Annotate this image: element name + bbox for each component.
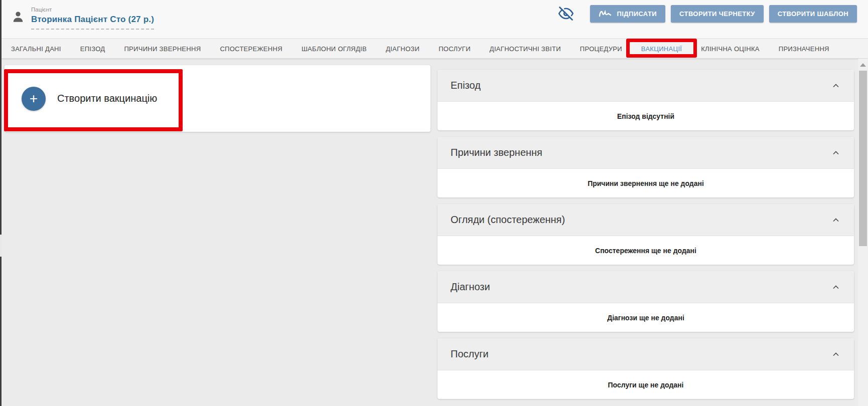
tab-diagnoses[interactable]: ДІАГНОЗИ — [376, 39, 429, 58]
sidebar-drag-handle[interactable] — [0, 235, 2, 257]
section-services: Послуги Послуги ще не додані — [438, 338, 854, 399]
create-template-button[interactable]: СТВОРИТИ ШАБЛОН — [769, 5, 857, 23]
section-title: Причини звернення — [451, 147, 542, 158]
scroll-up-arrow[interactable] — [860, 63, 866, 67]
section-title: Епізод — [451, 80, 481, 91]
create-template-label: СТВОРИТИ ШАБЛОН — [778, 10, 848, 18]
section-observations: Огляди (спостереження) Спостереження ще … — [438, 204, 854, 265]
create-draft-button[interactable]: СТВОРИТИ ЧЕРНЕТКУ — [671, 5, 764, 23]
record-tabs: ЗАГАЛЬНІ ДАНІ ЕПІЗОД ПРИЧИНИ ЗВЕРНЕННЯ С… — [2, 39, 868, 58]
tab-general-data[interactable]: ЗАГАЛЬНІ ДАНІ — [2, 39, 71, 58]
section-empty-text: Послуги ще не додані — [438, 370, 854, 399]
tab-clinical-assessment[interactable]: КЛІНІЧНА ОЦІНКА — [691, 39, 769, 58]
person-icon — [12, 10, 25, 30]
section-services-header[interactable]: Послуги — [438, 338, 854, 370]
section-diagnoses-header[interactable]: Діагнози — [438, 271, 854, 303]
summary-panel: Епізод Епізод відсутній Причини зверненн… — [438, 70, 854, 405]
section-visit-reasons-header[interactable]: Причини звернення — [438, 137, 854, 169]
tab-diagnostic-reports[interactable]: ДІАГНОСТИЧНІ ЗВІТИ — [480, 39, 570, 58]
chevron-up-icon[interactable] — [831, 81, 841, 91]
eye-off-icon[interactable] — [558, 6, 573, 21]
section-empty-text: Спостереження ще не додані — [438, 236, 854, 265]
section-diagnoses: Діагнози Діагнози ще не додані — [438, 271, 854, 332]
section-title: Діагнози — [451, 281, 490, 293]
tab-observations[interactable]: СПОСТЕРЕЖЕННЯ — [210, 39, 292, 58]
tab-visit-reasons[interactable]: ПРИЧИНИ ЗВЕРНЕННЯ — [114, 39, 210, 58]
section-observations-header[interactable]: Огляди (спостереження) — [438, 204, 854, 236]
tab-procedures[interactable]: ПРОЦЕДУРИ — [570, 39, 632, 58]
tab-episode[interactable]: ЕПІЗОД — [71, 39, 115, 58]
section-episode-header[interactable]: Епізод — [438, 70, 854, 102]
section-empty-text: Діагнози ще не додані — [438, 303, 854, 332]
chevron-up-icon[interactable] — [831, 215, 841, 225]
section-empty-text: Причини звернення ще не додані — [438, 169, 854, 197]
create-vaccination-label[interactable]: Створити вакцинацію — [57, 93, 157, 104]
section-title: Огляди (спостереження) — [451, 214, 565, 226]
section-title: Послуги — [451, 348, 489, 360]
header-actions: ПІДПИСАТИ СТВОРИТИ ЧЕРНЕТКУ СТВОРИТИ ШАБ… — [558, 5, 857, 23]
patient-name[interactable]: Вторинка Пацієнт Сто (27 р.) — [31, 15, 154, 30]
chevron-up-icon[interactable] — [831, 282, 841, 292]
sign-button-label: ПІДПИСАТИ — [617, 10, 657, 18]
scrollbar-thumb[interactable] — [859, 71, 867, 246]
create-vaccination-card[interactable]: + Створити вакцинацію — [5, 65, 430, 132]
section-episode: Епізод Епізод відсутній — [438, 70, 854, 130]
plus-glyph: + — [30, 92, 38, 106]
patient-info-block[interactable]: Пацієнт Вторинка Пацієнт Сто (27 р.) — [12, 7, 154, 30]
signature-icon — [599, 9, 612, 18]
sign-button[interactable]: ПІДПИСАТИ — [590, 5, 665, 23]
tab-vaccinations-label: ВАКЦИНАЦІЇ — [641, 45, 682, 53]
vertical-scrollbar[interactable] — [858, 59, 868, 406]
collapsed-sidebar-edge[interactable] — [0, 0, 2, 406]
tab-vaccinations[interactable]: ВАКЦИНАЦІЇ — [632, 39, 691, 58]
create-draft-label: СТВОРИТИ ЧЕРНЕТКУ — [679, 10, 755, 18]
plus-icon[interactable]: + — [22, 87, 46, 111]
tab-exam-templates[interactable]: ШАБЛОНИ ОГЛЯДІВ — [292, 39, 376, 58]
patient-header: Пацієнт Вторинка Пацієнт Сто (27 р.) ПІД… — [2, 0, 868, 39]
tab-prescriptions[interactable]: ПРИЗНАЧЕННЯ — [769, 39, 839, 58]
section-empty-text: Епізод відсутній — [438, 102, 854, 130]
chevron-up-icon[interactable] — [831, 349, 841, 359]
patient-text: Пацієнт Вторинка Пацієнт Сто (27 р.) — [31, 7, 154, 30]
tab-services[interactable]: ПОСЛУГИ — [429, 39, 480, 58]
chevron-up-icon[interactable] — [831, 148, 841, 158]
section-visit-reasons: Причини звернення Причини звернення ще н… — [438, 137, 854, 197]
patient-label: Пацієнт — [31, 7, 154, 13]
